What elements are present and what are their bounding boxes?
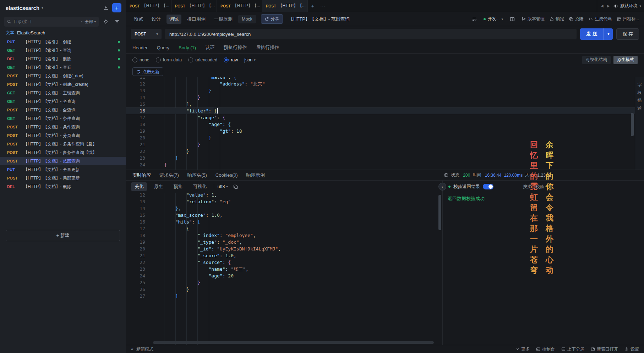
- add-api-button[interactable]: +: [112, 3, 121, 12]
- locate-icon[interactable]: [102, 17, 110, 26]
- import-icon[interactable]: [102, 4, 110, 12]
- code-line: 15 ],: [126, 101, 635, 107]
- response-tab[interactable]: 实时响应: [132, 172, 151, 178]
- nav-back-icon[interactable]: ◀: [601, 4, 604, 8]
- mode-tab[interactable]: 接口用例: [184, 15, 208, 24]
- scope-select[interactable]: 全部▾: [84, 19, 96, 25]
- collapse-panel-icon[interactable]: ›: [438, 183, 446, 191]
- statusbar-更多[interactable]: 更多: [516, 346, 530, 352]
- sidebar-item[interactable]: POST【HTTP】【文档】- 范围查询: [0, 157, 126, 165]
- response-body-editor[interactable]: 12 "value": 1,13 "relation": "eq"14 },15…: [126, 193, 442, 345]
- response-view-预览[interactable]: 预览: [170, 182, 186, 191]
- mode-tab[interactable]: 一键压测: [211, 15, 235, 24]
- sidebar-item[interactable]: POST【HTTP】【文档】- 多条件查询【或】: [0, 148, 126, 157]
- toolbar-action[interactable]: 生成代码: [589, 16, 612, 22]
- sidebar-item[interactable]: DEL【HTTP】【文档】- 删除: [0, 182, 126, 191]
- toolbar-action[interactable]: 版本管理: [522, 16, 545, 22]
- sidebar-item[interactable]: DEL【HTTP】【索引】- 删除: [0, 55, 126, 63]
- raw-mode-button[interactable]: 原生模式: [613, 56, 638, 64]
- statusbar-新窗口打开[interactable]: 新窗口打开: [591, 346, 618, 352]
- sidebar-item[interactable]: GET【HTTP】【文档】- 条件查询: [0, 114, 126, 123]
- request-editor-scrollbar[interactable]: [631, 113, 634, 136]
- statusbar-设置[interactable]: 设置: [624, 346, 639, 352]
- response-view-可视化[interactable]: 可视化: [190, 182, 210, 191]
- body-type-none[interactable]: none: [132, 57, 149, 62]
- response-view-原生[interactable]: 原生: [151, 182, 167, 191]
- body-type-urlencoded[interactable]: urlencoded: [188, 57, 217, 62]
- response-tab[interactable]: 响应示例: [246, 172, 265, 178]
- response-tab[interactable]: Cookies(0): [215, 172, 238, 178]
- statusbar-控制台[interactable]: 控制台: [536, 346, 555, 352]
- code-line: 16 "filter": {: [126, 107, 635, 114]
- url-input[interactable]: http://127.0.0.1:9200/employee/_search: [165, 29, 577, 39]
- copy-icon[interactable]: [231, 182, 240, 191]
- sidebar-item[interactable]: GET【HTTP】【索引】- 查看: [0, 63, 126, 72]
- body-type-form-data[interactable]: form-data: [156, 57, 182, 62]
- save-button[interactable]: 保 存: [616, 28, 639, 40]
- filter-sort-icon[interactable]: [113, 17, 121, 26]
- toolbar-action[interactable]: 归档标...: [617, 16, 639, 22]
- toolbar-action[interactable]: 克隆: [569, 16, 584, 22]
- collapse-sidebar-icon[interactable]: «: [131, 347, 133, 352]
- sidebar-item[interactable]: PUT【HTTP】【索引】- 创建: [0, 38, 126, 46]
- request-body-editor[interactable]: 11 "match": {12 "address": "北京"13 }14 }1…: [126, 77, 644, 170]
- click-update-button[interactable]: 点击更新: [132, 67, 163, 76]
- response-tab[interactable]: 响应头(5): [187, 172, 207, 178]
- encoding-select[interactable]: utf8▾: [218, 184, 228, 189]
- mode-tab[interactable]: 设计: [149, 15, 164, 24]
- request-tab-后执行操作[interactable]: 后执行操作: [256, 44, 279, 51]
- request-tab-Header[interactable]: Header: [132, 45, 148, 50]
- request-tab-Body (1)[interactable]: Body (1): [179, 45, 196, 50]
- sidebar-item[interactable]: POST【HTTP】【文档】- 全查询: [0, 106, 126, 114]
- toolbar-action[interactable]: 锁定: [550, 16, 564, 22]
- mode-tab[interactable]: 预览: [131, 15, 146, 24]
- sidebar-item[interactable]: PUT【HTTP】【文档】- 全量更新: [0, 165, 126, 174]
- raw-type-select[interactable]: json▾: [244, 57, 255, 62]
- sidebar-item[interactable]: GET【HTTP】【索引】- 查询: [0, 46, 126, 55]
- document-tab[interactable]: POST【HTTP】【...: [217, 0, 262, 12]
- tab-overflow-icon[interactable]: ⋯: [318, 0, 328, 12]
- environment-select[interactable]: 默认环境 ▾: [613, 3, 641, 9]
- new-tab-button[interactable]: +: [308, 0, 318, 12]
- request-tab-预执行操作[interactable]: 预执行操作: [224, 44, 247, 51]
- statusbar-上下分屏[interactable]: 上下分屏: [561, 346, 584, 352]
- nav-forward-icon[interactable]: ▶: [607, 4, 610, 8]
- sidebar-item[interactable]: GET【HTTP】【文档】- 全查询: [0, 97, 126, 106]
- field-desc-strip[interactable]: 字段描述: [635, 77, 644, 170]
- validate-toggle[interactable]: [483, 184, 493, 189]
- send-options-caret[interactable]: ▼: [604, 28, 613, 40]
- document-tab[interactable]: POST【HTTP】【...: [126, 0, 171, 12]
- request-tab-认证[interactable]: 认证: [205, 44, 214, 51]
- mode-tab[interactable]: Mock: [238, 15, 256, 23]
- mode-tab[interactable]: 调试: [167, 15, 181, 24]
- document-tab[interactable]: POST【HTTP】【...: [262, 0, 308, 12]
- body-type-raw[interactable]: raw: [224, 57, 238, 62]
- list-edit-icon[interactable]: [470, 15, 479, 23]
- new-request-button[interactable]: + 新建: [6, 230, 120, 241]
- request-tab-Query[interactable]: Query: [157, 45, 169, 50]
- chevron-down-icon[interactable]: ▾: [42, 6, 43, 10]
- method-select[interactable]: POST▾: [131, 29, 162, 39]
- validate-mode-label[interactable]: 按接口校验: [523, 184, 638, 190]
- code-line: 17 {: [126, 225, 442, 232]
- sidebar-item[interactable]: POST【HTTP】【文档】- 局部更新: [0, 174, 126, 182]
- sidebar-item[interactable]: POST【HTTP】【文档】- 创建(_doc): [0, 72, 126, 80]
- visual-structure-button[interactable]: 可视化结构: [582, 56, 611, 64]
- sidebar-item[interactable]: POST【HTTP】【文档】- 分页查询: [0, 131, 126, 140]
- sidebar-item[interactable]: POST【HTTP】【文档】- 多条件查询【且】: [0, 140, 126, 148]
- sidebar-item[interactable]: POST【HTTP】【文档】- 条件查询: [0, 123, 126, 131]
- response-tab[interactable]: 请求头(7): [159, 172, 179, 178]
- document-tab[interactable]: POST【HTTP】【...: [171, 0, 217, 12]
- compact-mode-label[interactable]: 精简模式: [136, 346, 153, 352]
- share-button[interactable]: 分享: [261, 14, 283, 24]
- sidebar-project-node[interactable]: 文本 ElasticSearch: [0, 28, 126, 38]
- layout-columns-icon[interactable]: [508, 15, 517, 23]
- search-input[interactable]: 目录/接口 全部▾: [4, 17, 99, 27]
- response-editor-scrollbar[interactable]: [438, 195, 441, 230]
- sidebar-item[interactable]: POST【HTTP】【文档】- 创建(_create): [0, 80, 126, 89]
- response-editor-hscrollbar[interactable]: [153, 341, 434, 344]
- dev-status-select[interactable]: 开发... ▾: [484, 16, 503, 22]
- send-button[interactable]: 发 送 ▼: [580, 28, 613, 40]
- sidebar-item[interactable]: GET【HTTP】【文档】- 主键查询: [0, 89, 126, 97]
- response-view-美化[interactable]: 美化: [131, 182, 147, 191]
